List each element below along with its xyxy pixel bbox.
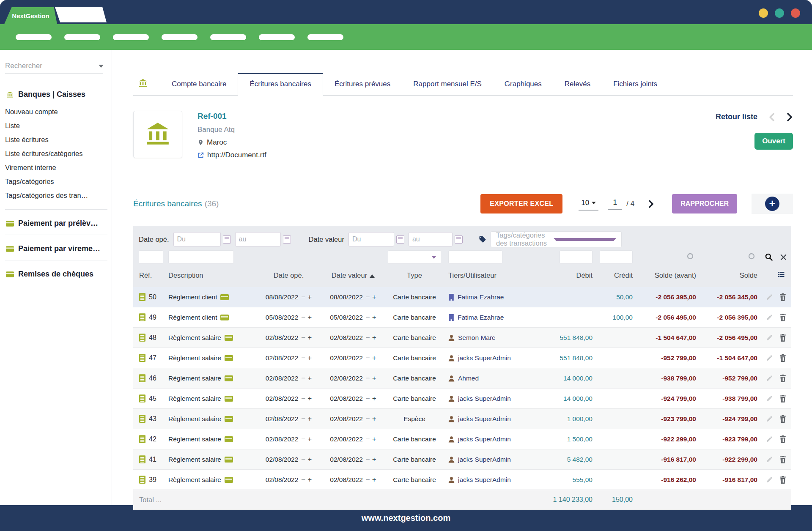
debit-filter-input[interactable] <box>560 250 593 264</box>
date-increment-button[interactable]: + <box>307 455 312 463</box>
column-header-ref[interactable]: Réf. <box>133 271 165 279</box>
sidebar-item-paiement-prelevement[interactable]: Paiement par prélèv… <box>5 219 107 228</box>
sidebar-item[interactable]: Liste <box>5 119 107 133</box>
date-decrement-button[interactable]: − <box>301 293 305 301</box>
date-increment-button[interactable]: + <box>307 415 312 423</box>
date-ope-from-input[interactable] <box>173 232 221 246</box>
delete-trash-icon[interactable] <box>779 395 786 402</box>
column-header-debit[interactable]: Débit <box>539 271 594 279</box>
date-increment-button[interactable]: + <box>372 435 376 443</box>
column-header-tiers[interactable]: Tiers/Utilisateur <box>444 271 539 279</box>
table-row[interactable]: 39Règlement salaire02/08/2022−+02/08/202… <box>133 469 791 490</box>
nav-pill[interactable] <box>113 34 149 40</box>
edit-pencil-icon[interactable] <box>766 456 773 463</box>
delete-trash-icon[interactable] <box>779 476 786 484</box>
edit-pencil-icon[interactable] <box>766 435 773 443</box>
tab-rapport-mensuel-e-s[interactable]: Rapport mensuel E/S <box>402 80 493 95</box>
nav-pill[interactable] <box>162 34 198 40</box>
table-row[interactable]: 41Règlement salaire02/08/2022−+02/08/202… <box>133 449 791 469</box>
date-increment-button[interactable]: + <box>372 415 376 423</box>
date-decrement-button[interactable]: − <box>301 394 305 402</box>
window-maximize-dot[interactable] <box>775 8 784 18</box>
date-increment-button[interactable]: + <box>372 455 376 463</box>
date-decrement-button[interactable]: − <box>301 374 305 382</box>
delete-trash-icon[interactable] <box>779 456 786 463</box>
delete-trash-icon[interactable] <box>779 293 786 301</box>
date-decrement-button[interactable]: − <box>301 334 305 342</box>
edit-pencil-icon[interactable] <box>766 293 773 301</box>
brand-tab[interactable]: NextGestion <box>4 7 57 24</box>
search-icon[interactable] <box>765 253 773 261</box>
date-valeur-to-input[interactable] <box>409 232 453 246</box>
window-minimize-dot[interactable] <box>759 8 768 18</box>
sidebar-item[interactable]: Virement interne <box>5 161 107 175</box>
table-row[interactable]: 47Règlement salaire02/08/2022−+02/08/202… <box>133 348 791 368</box>
date-increment-button[interactable]: + <box>372 374 376 382</box>
tab-fichiers-joints[interactable]: Fichiers joints <box>602 80 669 95</box>
date-decrement-button[interactable]: − <box>366 455 370 463</box>
date-increment-button[interactable]: + <box>307 476 312 484</box>
date-decrement-button[interactable]: − <box>301 435 305 443</box>
back-to-list-link[interactable]: Retour liste <box>716 112 757 121</box>
table-row[interactable]: 48Règlement salaire02/08/2022−+02/08/202… <box>133 327 791 348</box>
close-icon[interactable] <box>780 254 787 261</box>
delete-trash-icon[interactable] <box>779 435 786 443</box>
chevron-left-icon[interactable] <box>768 113 775 121</box>
tiers-filter-input[interactable] <box>448 250 502 264</box>
date-decrement-button[interactable]: − <box>301 313 305 321</box>
date-increment-button[interactable]: + <box>372 394 376 402</box>
date-decrement-button[interactable]: − <box>366 415 370 423</box>
chevron-down-icon[interactable] <box>99 65 104 68</box>
edit-pencil-icon[interactable] <box>766 415 773 422</box>
next-page-chevron-icon[interactable] <box>648 200 654 208</box>
nav-pill[interactable] <box>210 34 246 40</box>
date-increment-button[interactable]: + <box>307 354 312 362</box>
table-row[interactable]: 42Règlement salaire02/08/2022−+02/08/202… <box>133 429 791 449</box>
column-header-credit[interactable]: Crédit <box>594 271 634 279</box>
column-header-solde[interactable]: Solde <box>698 271 759 279</box>
reconcile-button[interactable]: RAPPROCHER <box>672 194 737 213</box>
sidebar-item[interactable]: Liste écritures/catégories <box>5 147 107 161</box>
calendar-icon[interactable] <box>223 235 231 244</box>
tab-graphiques[interactable]: Graphiques <box>493 80 553 95</box>
sidebar-item[interactable]: Liste écritures <box>5 133 107 147</box>
edit-pencil-icon[interactable] <box>766 476 773 483</box>
column-header-type[interactable]: Type <box>385 271 444 279</box>
edit-pencil-icon[interactable] <box>766 395 773 402</box>
type-filter-select[interactable] <box>388 250 441 264</box>
edit-pencil-icon[interactable] <box>766 354 773 361</box>
tab--critures-pr-vues[interactable]: Écritures prévues <box>323 80 402 95</box>
column-header-description[interactable]: Description <box>165 271 256 279</box>
table-row[interactable]: 43Règlement salaire02/08/2022−+02/08/202… <box>133 408 791 429</box>
sidebar-item-paiement-virement[interactable]: Paiement par vireme… <box>5 244 107 253</box>
description-filter-input[interactable] <box>168 250 234 264</box>
sidebar-item[interactable]: Nouveau compte <box>5 105 107 119</box>
sidebar-item[interactable]: Tags/catégories <box>5 175 107 189</box>
edit-pencil-icon[interactable] <box>766 314 773 321</box>
date-increment-button[interactable]: + <box>307 334 312 342</box>
page-number-input[interactable] <box>608 198 622 210</box>
sidebar-item-remises-cheques[interactable]: Remises de chèques <box>5 270 107 279</box>
table-row[interactable]: 49Règlement client05/08/2022−+05/08/2022… <box>133 307 791 327</box>
calendar-icon[interactable] <box>283 235 291 244</box>
date-increment-button[interactable]: + <box>307 435 312 443</box>
date-increment-button[interactable]: + <box>307 374 312 382</box>
date-decrement-button[interactable]: − <box>301 354 305 362</box>
add-entry-button[interactable]: + <box>765 197 779 211</box>
tab--critures-bancaires[interactable]: Écritures bancaires <box>238 73 323 96</box>
delete-trash-icon[interactable] <box>779 334 786 342</box>
date-decrement-button[interactable]: − <box>301 415 305 423</box>
date-decrement-button[interactable]: − <box>366 394 370 402</box>
date-decrement-button[interactable]: − <box>366 476 370 484</box>
list-view-icon[interactable] <box>777 271 785 280</box>
delete-trash-icon[interactable] <box>779 415 786 423</box>
edit-pencil-icon[interactable] <box>766 375 773 382</box>
date-decrement-button[interactable]: − <box>366 293 370 301</box>
date-decrement-button[interactable]: − <box>366 334 370 342</box>
tags-filter-select[interactable]: Tags/catégories des transactions <box>491 231 622 247</box>
date-decrement-button[interactable]: − <box>366 374 370 382</box>
date-valeur-from-input[interactable] <box>348 232 394 246</box>
tab-compte-bancaire[interactable]: Compte bancaire <box>160 80 238 95</box>
date-increment-button[interactable]: + <box>372 293 376 301</box>
sidebar-item[interactable]: Tags/catégories des tran… <box>5 189 107 203</box>
